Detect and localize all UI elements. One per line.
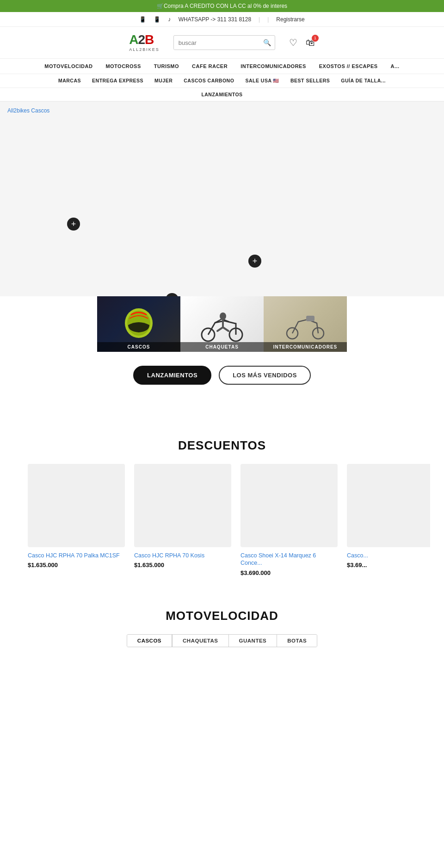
descuentos-section: DESCUENTOS Casco HJC RPHA 70 Palka MC1SF… bbox=[0, 438, 444, 590]
product-img-3 bbox=[347, 464, 430, 547]
logo[interactable]: A2B ALL2BIKES bbox=[129, 33, 160, 52]
tiktok-icon: ♪ bbox=[168, 16, 171, 23]
motov-tab-chaquetas[interactable]: CHAQUETAS bbox=[172, 635, 228, 647]
banner-text: 🛒Compra A CREDITO CON LA CC al 0% de int… bbox=[157, 3, 287, 9]
nav-entrega-express[interactable]: ENTREGA EXPRESS bbox=[86, 74, 149, 87]
nav-marcas[interactable]: MARCAS bbox=[53, 74, 86, 87]
sep2: | bbox=[267, 16, 269, 23]
product-name-2: Casco Shoei X-14 Marquez 6 Conce... bbox=[240, 552, 338, 567]
nav-lanzamientos[interactable]: LANZAMIENTOS bbox=[196, 88, 248, 101]
nav-best-sellers[interactable]: BEST SELLERS bbox=[285, 74, 335, 87]
search-input[interactable] bbox=[174, 36, 259, 50]
descuentos-grid: Casco HJC RPHA 70 Palka MC1SF $1.635.000… bbox=[14, 464, 430, 576]
product-card-2[interactable]: Casco Shoei X-14 Marquez 6 Conce... $3.6… bbox=[240, 464, 338, 576]
product-price-2: $3.690.000 bbox=[240, 569, 338, 576]
search-button[interactable]: 🔍 bbox=[259, 36, 275, 50]
descuentos-title: DESCUENTOS bbox=[14, 438, 430, 453]
cat-label-cascos: CASCOS bbox=[97, 342, 180, 352]
cat-label-intercomunicadores: INTERCOMUNICADORES bbox=[264, 342, 347, 352]
category-thumbs: CASCOS CHAQUETAS INTERCOMUNICADORES bbox=[0, 296, 444, 352]
nav-exostos[interactable]: EXOSTOS // ESCAPES bbox=[313, 59, 384, 74]
motov-tabs: CASCOS CHAQUETAS GUANTES BOTAS bbox=[127, 634, 317, 647]
plus-button-2[interactable]: + bbox=[248, 255, 261, 268]
search-bar[interactable]: 🔍 bbox=[173, 35, 275, 50]
plus-button-1[interactable]: + bbox=[67, 218, 80, 231]
product-name-3: Casco... bbox=[347, 552, 430, 559]
sep1: | bbox=[259, 16, 260, 23]
nav-motovelocidad[interactable]: MOTOVELOCIDAD bbox=[38, 59, 99, 74]
logo-text: A2B bbox=[129, 33, 160, 46]
svg-rect-7 bbox=[306, 316, 314, 321]
top-banner: 🛒Compra A CREDITO CON LA CC al 0% de int… bbox=[0, 0, 444, 12]
product-price-1: $1.635.000 bbox=[134, 562, 231, 568]
nav-cafe-racer[interactable]: CAFE RACER bbox=[185, 59, 234, 74]
product-img-0 bbox=[28, 464, 125, 547]
product-img-1 bbox=[134, 464, 231, 547]
hero-area: All2bikes Cascos + + + bbox=[0, 102, 444, 296]
category-cascos[interactable]: CASCOS bbox=[97, 296, 180, 352]
spacer-1 bbox=[0, 392, 444, 429]
motov-tab-cascos[interactable]: CASCOS bbox=[127, 635, 172, 647]
tabs-row: LANZAMIENTOS LOS MÁS VENDIDOS bbox=[0, 366, 444, 385]
motov-tab-guantes[interactable]: GUANTES bbox=[228, 635, 277, 647]
register-link[interactable]: Registrarse bbox=[276, 16, 304, 23]
nav-mujer[interactable]: MUJER bbox=[149, 74, 178, 87]
nav-tertiary: LANZAMIENTOS bbox=[0, 88, 444, 102]
nav-intercomunicadores[interactable]: INTERCOMUNICADORES bbox=[234, 59, 313, 74]
nav-cascos-carbono[interactable]: CASCOS CARBONO bbox=[178, 74, 240, 87]
nav-motocross[interactable]: MOTOCROSS bbox=[99, 59, 147, 74]
header-icons: ♡ 🛍 1 bbox=[289, 37, 315, 48]
plus-button-3[interactable]: + bbox=[166, 293, 179, 296]
nav-secondary: MARCAS ENTREGA EXPRESS MUJER CASCOS CARB… bbox=[0, 74, 444, 88]
nav-guia-talla[interactable]: GUÍA DE TALLA... bbox=[335, 74, 391, 87]
product-price-3: $3.69... bbox=[347, 562, 430, 568]
header: A2B ALL2BIKES 🔍 ♡ 🛍 1 bbox=[0, 27, 444, 58]
motov-tab-botas[interactable]: BOTAS bbox=[277, 635, 317, 647]
motovelocidad-section: MOTOVELOCIDAD CASCOS CHAQUETAS GUANTES B… bbox=[0, 590, 444, 672]
breadcrumb[interactable]: All2bikes Cascos bbox=[7, 107, 49, 114]
tab-lanzamientos[interactable]: LANZAMIENTOS bbox=[133, 366, 211, 385]
intercom-svg bbox=[282, 306, 328, 343]
nav-turismo[interactable]: TURISMO bbox=[148, 59, 185, 74]
nav-sale-usa[interactable]: SALE USA 🇺🇸 bbox=[240, 74, 285, 87]
wishlist-icon[interactable]: ♡ bbox=[289, 37, 297, 48]
product-card-0[interactable]: Casco HJC RPHA 70 Palka MC1SF $1.635.000 bbox=[28, 464, 125, 576]
moto-svg bbox=[194, 303, 250, 345]
whatsapp-text: WHATSAPP -> 311 331 8128 bbox=[179, 16, 251, 23]
logo-sub: ALL2BIKES bbox=[129, 47, 160, 52]
product-img-2 bbox=[240, 464, 338, 547]
tab-mas-vendidos[interactable]: LOS MÁS VENDIDOS bbox=[219, 366, 311, 385]
nav-primary: MOTOVELOCIDAD MOTOCROSS TURISMO CAFE RAC… bbox=[0, 58, 444, 74]
nav-more[interactable]: A... bbox=[384, 59, 406, 74]
product-name-1: Casco HJC RPHA 70 Kosis bbox=[134, 552, 231, 559]
category-intercomunicadores[interactable]: INTERCOMUNICADORES bbox=[264, 296, 347, 352]
phone-icon-2: 📱 bbox=[154, 16, 160, 23]
cart-badge: 1 bbox=[312, 35, 319, 42]
phone-icon-1: 📱 bbox=[139, 16, 146, 23]
category-chaquetas[interactable]: CHAQUETAS bbox=[180, 296, 264, 352]
top-bar: 📱 📱 ♪ WHATSAPP -> 311 331 8128 | | Regis… bbox=[0, 12, 444, 27]
cart-icon[interactable]: 🛍 1 bbox=[306, 37, 315, 48]
product-price-0: $1.635.000 bbox=[28, 562, 125, 568]
product-card-3[interactable]: Casco... $3.69... bbox=[347, 464, 430, 576]
cat-label-chaquetas: CHAQUETAS bbox=[180, 342, 264, 352]
product-card-1[interactable]: Casco HJC RPHA 70 Kosis $1.635.000 bbox=[134, 464, 231, 576]
motovelocidad-title: MOTOVELOCIDAD bbox=[14, 609, 430, 623]
product-name-0: Casco HJC RPHA 70 Palka MC1SF bbox=[28, 552, 125, 559]
helmet-svg bbox=[118, 306, 160, 343]
svg-point-4 bbox=[220, 312, 226, 320]
